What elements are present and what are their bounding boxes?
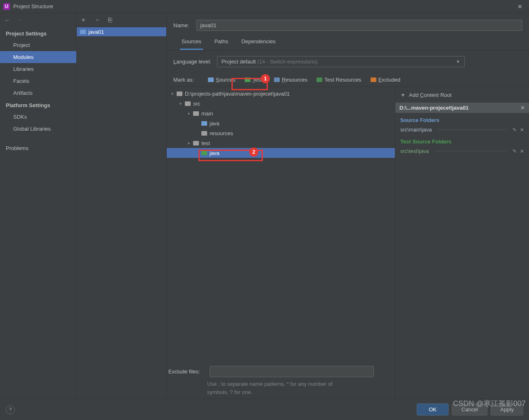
close-icon[interactable]: ✕: [514, 2, 526, 12]
language-level-hint: (14 - Switch expressions): [256, 59, 318, 65]
tree-row[interactable]: resources: [167, 128, 395, 138]
chevron-icon[interactable]: ▾: [170, 92, 174, 96]
exclude-hint: Use ; to separate name patterns, * for a…: [167, 380, 333, 396]
module-name-input[interactable]: [196, 20, 522, 31]
remove-content-root-icon[interactable]: ✕: [520, 105, 525, 111]
title-bar: IJ Project Structure ✕: [0, 0, 529, 13]
edit-icon[interactable]: ✎: [512, 148, 517, 154]
folder-icon: [201, 131, 207, 136]
folder-icon: [371, 77, 376, 82]
name-label: Name:: [173, 22, 189, 28]
tree-row-label: src: [193, 101, 200, 107]
tree-row[interactable]: ▾test: [167, 138, 395, 148]
settings-nav: ← → Project Settings Project Modules Lib…: [0, 13, 77, 399]
content-root-header[interactable]: D:\...maven-projecet\java01 ✕: [395, 103, 529, 113]
tree-row[interactable]: java: [167, 148, 395, 158]
folder-icon: [201, 151, 207, 155]
chevron-icon[interactable]: ▾: [187, 141, 191, 145]
mark-sources-button[interactable]: Sources: [205, 75, 238, 84]
language-level-label: Language level:: [173, 59, 211, 65]
module-tabs: Sources Paths Dependencies: [167, 35, 529, 50]
nav-item-modules[interactable]: Modules: [0, 51, 76, 63]
tree-row[interactable]: ▾src: [167, 99, 395, 108]
delete-icon[interactable]: ✕: [520, 148, 524, 154]
module-item-label: java01: [88, 29, 104, 35]
dialog-footer: ? OK Cancel Apply: [0, 399, 529, 420]
exclude-files-input[interactable]: [210, 366, 374, 377]
folder-icon: [274, 77, 280, 82]
nav-item-facets[interactable]: Facets: [0, 75, 76, 87]
test-source-folder-item[interactable]: src\test\java ✎ ✕: [395, 146, 529, 156]
nav-item-problems[interactable]: Problems: [0, 142, 76, 154]
mark-excluded-button[interactable]: Excluded: [368, 75, 403, 84]
exclude-files-label: Exclude files:: [168, 368, 205, 375]
tree-row[interactable]: ▾D:\projects-path\java\maven-projecet\ja…: [167, 89, 395, 99]
folder-icon: [245, 77, 250, 82]
folder-icon: [316, 77, 322, 82]
mark-test-resources-button[interactable]: Test Resources: [314, 75, 364, 84]
folder-icon: [177, 92, 182, 96]
language-level-value: Project default: [222, 59, 256, 65]
folder-icon: [80, 30, 86, 34]
source-folder-item[interactable]: src\main\java ✎ ✕: [395, 125, 529, 134]
content-roots-pane: ＋ Add Content Root D:\...maven-projecet\…: [395, 87, 529, 399]
tree-row-label: test: [201, 140, 210, 146]
nav-forward-icon[interactable]: →: [17, 16, 23, 24]
copy-module-icon[interactable]: ⎘: [108, 16, 112, 24]
nav-item-sdks[interactable]: SDKs: [0, 111, 76, 123]
source-folder-path: src\main\java: [400, 127, 432, 133]
module-list-panel: ＋ － ⎘ java01: [77, 13, 167, 399]
cancel-button[interactable]: Cancel: [452, 404, 487, 415]
delete-icon[interactable]: ✕: [520, 127, 524, 133]
nav-section-project-settings: Project Settings: [0, 27, 76, 39]
app-icon: IJ: [3, 3, 10, 10]
plus-icon: ＋: [400, 91, 406, 99]
content-root-path: D:\...maven-projecet\java01: [399, 105, 469, 111]
apply-button[interactable]: Apply: [491, 404, 523, 415]
nav-item-artifacts[interactable]: Artifacts: [0, 87, 76, 99]
add-content-root-button[interactable]: ＋ Add Content Root: [395, 87, 529, 103]
remove-module-icon[interactable]: －: [94, 16, 101, 24]
nav-section-platform-settings: Platform Settings: [0, 99, 76, 111]
tab-sources[interactable]: Sources: [180, 35, 203, 50]
module-detail-panel: Name: Sources Paths Dependencies Languag…: [167, 13, 529, 399]
tree-row-label: java: [210, 150, 220, 156]
mark-tests-button[interactable]: Tests: [242, 75, 267, 84]
nav-back-icon[interactable]: ←: [4, 16, 11, 24]
module-item-java01[interactable]: java01: [77, 27, 166, 36]
nav-item-global-libraries[interactable]: Global Libraries: [0, 123, 76, 135]
source-folders-title: Source Folders: [395, 113, 529, 125]
tab-paths[interactable]: Paths: [213, 35, 230, 50]
tab-dependencies[interactable]: Dependencies: [240, 35, 277, 50]
tree-row-label: resources: [210, 130, 233, 136]
test-source-folder-path: src\test\java: [400, 148, 429, 154]
edit-icon[interactable]: ✎: [512, 127, 517, 133]
help-button[interactable]: ?: [6, 405, 15, 414]
chevron-icon[interactable]: ▾: [187, 111, 191, 116]
tree-row-label: java: [210, 120, 220, 127]
test-source-folders-title: Test Source Folders: [395, 134, 529, 146]
ok-button[interactable]: OK: [417, 404, 449, 415]
mark-resources-button[interactable]: Resources: [272, 75, 310, 84]
nav-item-libraries[interactable]: Libraries: [0, 63, 76, 75]
tree-row[interactable]: ▾main: [167, 108, 395, 118]
folder-icon: [185, 101, 191, 106]
source-tree-pane: ▾D:\projects-path\java\maven-projecet\ja…: [167, 87, 395, 399]
chevron-icon[interactable]: ▾: [178, 101, 182, 106]
tree-row[interactable]: java: [167, 118, 395, 128]
folder-icon: [193, 111, 199, 116]
folder-icon: [208, 77, 214, 82]
tree-row-label: main: [201, 110, 213, 117]
folder-icon: [201, 121, 207, 126]
language-level-select[interactable]: Project default (14 - Switch expressions…: [217, 56, 465, 67]
window-title: Project Structure: [13, 3, 514, 9]
chevron-down-icon: ▼: [456, 59, 460, 64]
mark-as-label: Mark as:: [173, 77, 194, 83]
mark-as-toolbar: Mark as: Sources Tests Resources Test Re…: [167, 73, 529, 87]
tree-row-label: D:\projects-path\java\maven-projecet\jav…: [185, 91, 290, 97]
nav-item-project[interactable]: Project: [0, 39, 76, 51]
folder-icon: [193, 141, 199, 145]
add-module-icon[interactable]: ＋: [80, 16, 87, 24]
